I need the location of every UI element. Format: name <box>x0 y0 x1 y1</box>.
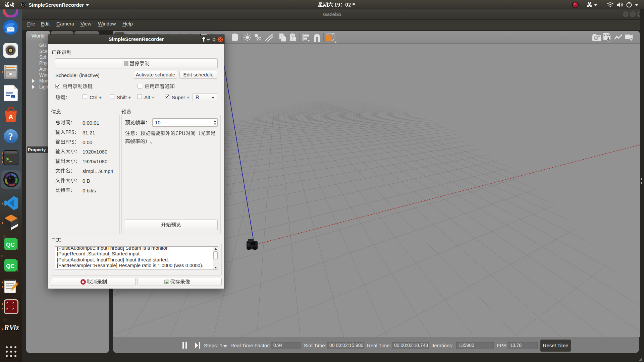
svg-text:?: ? <box>8 131 13 142</box>
svg-text:>: > <box>6 307 8 311</box>
svg-text:>: > <box>12 301 14 305</box>
svg-text:>: > <box>12 307 14 311</box>
svg-text:>_: >_ <box>6 157 12 163</box>
svg-text:LOG: LOG <box>604 34 610 37</box>
svg-text:QC: QC <box>6 263 15 269</box>
svg-text:QC: QC <box>6 242 15 248</box>
svg-text:A: A <box>8 113 13 121</box>
svg-text:>: > <box>6 301 8 305</box>
